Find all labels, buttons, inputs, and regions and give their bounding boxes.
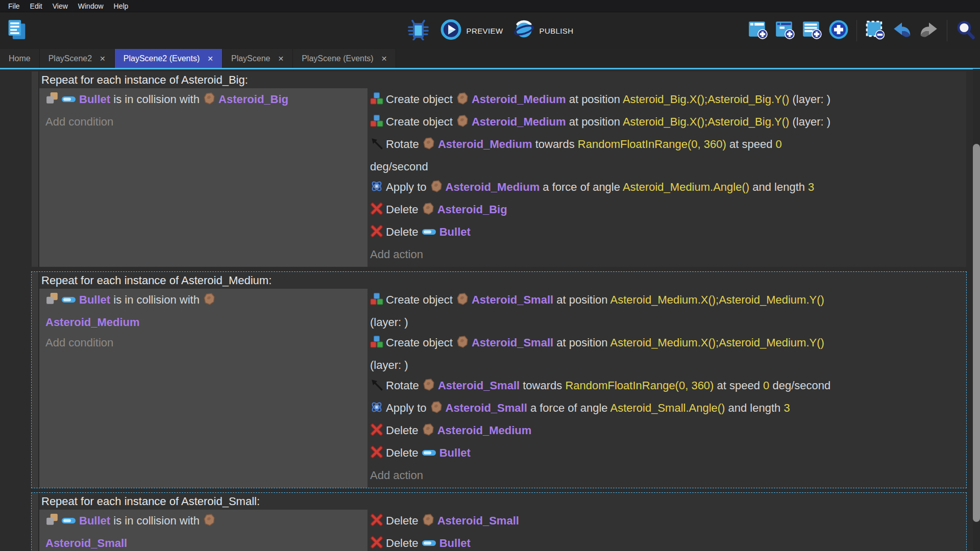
app-window: FileEditViewWindowHelp PREVIEW	[0, 0, 980, 551]
instruction-text: Create object	[386, 293, 456, 306]
tab-close-icon[interactable]: ✕	[207, 55, 213, 63]
debugger-button[interactable]	[407, 19, 430, 42]
instruction-text: (layer: )	[370, 359, 408, 371]
tab-label: PlayScene2 (Events)	[124, 54, 200, 63]
project-manager-button[interactable]	[5, 19, 29, 42]
add-comment-icon	[801, 19, 822, 42]
event-block[interactable]: Repeat for each instance of Asteroid_Big…	[31, 71, 967, 267]
tab-close-icon[interactable]: ✕	[381, 55, 387, 63]
tab-playscene2[interactable]: PlayScene2✕	[40, 49, 115, 68]
event-action[interactable]: Delete Bullet	[370, 443, 962, 465]
instruction-text: Delete	[386, 203, 422, 216]
add-action-button[interactable]: Add action	[370, 465, 962, 486]
publish-label: PUBLISH	[539, 27, 573, 35]
event-action[interactable]: Delete Bullet	[370, 533, 962, 551]
instruction-text: Apply to	[386, 402, 430, 414]
expression-value: 3	[783, 402, 790, 414]
scrollbar-thumb[interactable]	[973, 144, 980, 522]
asteroid-icon	[422, 378, 435, 398]
add-event-icon	[747, 19, 768, 42]
conditions-column: Bullet is in collision with Asteroid_Sma…	[39, 510, 368, 551]
event-action[interactable]: Create object Asteroid_Medium at positio…	[370, 89, 962, 112]
object-name: Asteroid_Small	[437, 514, 519, 527]
event-action[interactable]: Delete Asteroid_Big	[370, 199, 962, 222]
menu-item-view[interactable]: View	[47, 1, 73, 12]
undo-button[interactable]	[890, 19, 914, 42]
event-action[interactable]: Delete Asteroid_Small	[370, 511, 962, 533]
events-sheet: Repeat for each instance of Asteroid_Big…	[31, 71, 967, 551]
rotate-icon	[370, 378, 383, 398]
event-action[interactable]: Create object Asteroid_Small at position…	[370, 333, 962, 375]
object-name: Asteroid_Medium	[472, 93, 566, 106]
event-header[interactable]: Repeat for each instance of Asteroid_Sma…	[39, 493, 966, 510]
bullet-icon	[422, 534, 437, 551]
delete-icon	[370, 422, 383, 443]
remove-selection-button[interactable]	[863, 19, 887, 42]
asteroid-icon	[422, 513, 435, 533]
preview-button[interactable]: PREVIEW	[440, 19, 503, 42]
instruction-text: Delete	[386, 537, 422, 549]
expression-value: 0	[763, 379, 769, 392]
tab-playscene2-events-[interactable]: PlayScene2 (Events)✕	[115, 49, 223, 68]
create-icon	[370, 292, 383, 312]
tab-close-icon[interactable]: ✕	[278, 55, 284, 63]
add-other-event-button[interactable]	[827, 19, 850, 42]
tab-playscene-events-[interactable]: PlayScene (Events)✕	[293, 49, 396, 68]
object-name: Bullet	[439, 537, 471, 549]
event-body: Repeat for each instance of Asteroid_Med…	[39, 272, 966, 488]
instruction-text: Delete	[386, 446, 422, 459]
search-button[interactable]	[953, 19, 977, 42]
event-columns: Bullet is in collision with Asteroid_Big…	[39, 88, 966, 267]
event-block[interactable]: Repeat for each instance of Asteroid_Sma…	[31, 492, 967, 551]
event-action[interactable]: Delete Asteroid_Medium	[370, 420, 962, 443]
event-condition[interactable]: Bullet is in collision with Asteroid_Big	[45, 89, 362, 112]
instruction-text: Create object	[386, 93, 456, 106]
menu-item-help[interactable]: Help	[109, 1, 134, 12]
add-action-button[interactable]: Add action	[370, 244, 962, 265]
event-action[interactable]: Rotate Asteroid_Small towards RandomFloa…	[370, 375, 962, 398]
event-condition[interactable]: Bullet is in collision with Asteroid_Sma…	[45, 511, 362, 551]
menu-item-edit[interactable]: Edit	[25, 1, 47, 12]
add-subevent-button[interactable]	[773, 19, 796, 42]
object-name: Asteroid_Medium	[45, 316, 140, 329]
object-name: Bullet	[439, 446, 471, 459]
event-drag-handle[interactable]	[32, 493, 39, 551]
event-header[interactable]: Repeat for each instance of Asteroid_Med…	[39, 272, 966, 289]
instruction-text: (layer: )	[370, 316, 408, 329]
redo-button[interactable]	[917, 19, 941, 42]
object-name: Asteroid_Medium	[438, 138, 532, 151]
tab-close-icon[interactable]: ✕	[100, 55, 106, 63]
publish-button[interactable]: PUBLISH	[513, 19, 573, 42]
tab-home[interactable]: Home	[0, 49, 40, 68]
menu-item-window[interactable]: Window	[73, 1, 109, 12]
event-action[interactable]: Delete Bullet	[370, 222, 962, 244]
event-block[interactable]: Repeat for each instance of Asteroid_Med…	[31, 271, 967, 488]
asteroid-icon	[456, 292, 469, 312]
tab-playscene[interactable]: PlayScene✕	[223, 49, 293, 68]
tab-label: PlayScene	[231, 54, 271, 63]
event-action[interactable]: Create object Asteroid_Small at position…	[370, 290, 962, 333]
add-subevent-icon	[774, 19, 795, 42]
redo-icon	[918, 19, 940, 42]
add-condition-button[interactable]: Add condition	[45, 333, 362, 353]
event-drag-handle[interactable]	[32, 272, 39, 488]
event-action[interactable]: Rotate Asteroid_Medium towards RandomFlo…	[370, 134, 962, 177]
actions-column: Create object Asteroid_Medium at positio…	[368, 88, 966, 267]
add-event-button[interactable]	[746, 19, 769, 42]
preview-label: PREVIEW	[467, 27, 503, 35]
event-header[interactable]: Repeat for each instance of Asteroid_Big…	[39, 71, 966, 88]
instruction-text: (layer: )	[789, 115, 830, 128]
instruction-text: Apply to	[386, 181, 430, 193]
event-action[interactable]: Apply to Asteroid_Small a force of angle…	[370, 398, 962, 420]
asteroid-icon	[422, 422, 435, 443]
add-condition-button[interactable]: Add condition	[45, 112, 362, 132]
add-comment-button[interactable]	[800, 19, 823, 42]
event-drag-handle[interactable]	[32, 71, 39, 267]
instruction-text: at speed	[726, 138, 776, 151]
instruction-text: Delete	[386, 514, 422, 527]
event-action[interactable]: Apply to Asteroid_Medium a force of angl…	[370, 177, 962, 199]
menu-item-file[interactable]: File	[3, 1, 25, 12]
menu-bar: FileEditViewWindowHelp	[0, 0, 980, 12]
event-action[interactable]: Create object Asteroid_Medium at positio…	[370, 112, 962, 134]
event-condition[interactable]: Bullet is in collision with Asteroid_Med…	[45, 290, 362, 333]
